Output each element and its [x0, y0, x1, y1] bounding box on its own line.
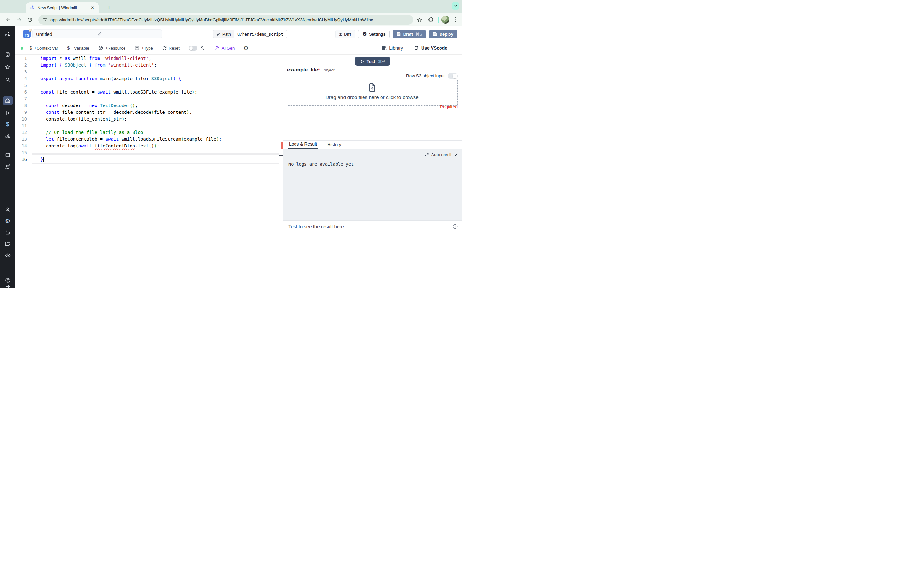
magic-wand-icon [215, 45, 220, 51]
dollar-icon: $ [67, 45, 69, 51]
tab-logs-result[interactable]: Logs & Result [288, 141, 318, 149]
add-variable-button[interactable]: $ +Variable [67, 45, 89, 51]
extensions-puzzle-icon[interactable] [427, 15, 436, 25]
bookmark-star-icon[interactable] [415, 15, 424, 25]
script-title-input[interactable]: Untitled [32, 29, 162, 39]
error-marker [281, 142, 283, 149]
typescript-badge: TS [23, 30, 31, 38]
diff-icon: ± [339, 31, 342, 37]
new-tab-button[interactable]: + [105, 5, 113, 11]
settings-button[interactable]: ⚙ Settings [358, 30, 390, 39]
address-bar[interactable]: app.windmill.dev/scripts/add#JTdCJTIyaGF… [39, 15, 413, 25]
argument-name: example_file [287, 67, 318, 73]
status-dot [21, 47, 23, 50]
editor-settings-button[interactable]: ⚙ [244, 45, 248, 51]
dollar-icon: $ [29, 45, 32, 51]
library-icon [382, 45, 387, 51]
gear-icon: ⚙ [244, 45, 248, 51]
overview-ruler[interactable] [279, 55, 283, 288]
collab-toggle[interactable] [189, 46, 197, 51]
tab-search-button[interactable] [452, 2, 459, 10]
scrollbar-thumb[interactable] [279, 155, 284, 156]
sidebar-expand-arrow-icon[interactable] [3, 282, 13, 288]
script-title: Untitled [36, 31, 97, 37]
sidebar-item-workers[interactable] [3, 228, 13, 237]
save-icon [433, 32, 437, 36]
sidebar-item-favorites[interactable] [3, 63, 13, 71]
code-editor[interactable]: 12345678910111213141516 import * as wmil… [15, 55, 279, 288]
tab-history[interactable]: History [327, 142, 341, 149]
sidebar-item-home[interactable] [3, 96, 13, 105]
draft-button[interactable]: Draft ⌘S [393, 30, 426, 39]
url-text: app.windmill.dev/scripts/add#JTdCJTIyaGF… [50, 17, 409, 22]
logs-viewer: Auto scroll No logs are available yet [283, 149, 462, 221]
browser-tab-strip: New Script | Windmill ✕ + [0, 0, 462, 13]
required-hint: Required [440, 105, 457, 109]
sidebar-item-users[interactable] [3, 205, 13, 214]
reset-button[interactable]: Reset [162, 46, 180, 51]
auto-scroll-control[interactable]: Auto scroll [425, 152, 458, 157]
sidebar-item-resources[interactable] [3, 131, 13, 140]
deploy-button[interactable]: Deploy [429, 30, 457, 39]
argument-type: object [324, 68, 334, 73]
add-resource-button[interactable]: +Resource [98, 45, 126, 51]
sidebar-item-schedules[interactable] [3, 150, 13, 159]
back-icon[interactable] [3, 15, 13, 25]
expand-icon [425, 153, 429, 157]
browser-tab[interactable]: New Script | Windmill ✕ [26, 2, 99, 13]
result-area: Test to see the result here [283, 221, 462, 229]
draft-shortcut: ⌘S [415, 32, 422, 37]
editor-toolbar: $ +Context Var $ +Variable +Resource [15, 42, 462, 55]
chrome-actions [415, 15, 460, 25]
sidebar-item-workspace[interactable] [3, 50, 13, 59]
editor-code[interactable]: import * as wmill from 'windmill-client'… [40, 55, 222, 163]
no-logs-message: No logs are available yet [288, 161, 354, 167]
save-icon [397, 32, 401, 36]
sidebar-item-variables[interactable]: $ [3, 120, 13, 129]
windmill-favicon-icon [30, 5, 35, 10]
sidebar-divider [0, 42, 15, 42]
sidebar-item-folders[interactable] [3, 239, 13, 248]
library-button[interactable]: Library [382, 45, 403, 51]
test-shortcut: ⌘↵ [378, 59, 385, 64]
file-dropzone[interactable]: Drag and drop files here or click to bro… [286, 79, 457, 106]
profile-avatar[interactable] [441, 16, 449, 24]
screen: New Script | Windmill ✕ + app.windmill.d… [0, 0, 462, 288]
forward-icon [13, 15, 24, 25]
sidebar-item-flows[interactable] [3, 162, 13, 171]
diff-button[interactable]: ± Diff [335, 30, 355, 39]
sidebar: $ ⚙ [0, 26, 15, 288]
site-settings-icon[interactable] [42, 17, 48, 23]
windmill-logo-icon[interactable] [3, 29, 13, 39]
raw-s3-toggle[interactable] [447, 73, 457, 79]
chrome-menu-icon[interactable] [452, 17, 459, 23]
refresh-icon [162, 46, 167, 51]
package-icon [98, 45, 103, 51]
sidebar-item-settings[interactable]: ⚙ [3, 217, 13, 226]
path-pencil-icon [216, 32, 220, 36]
use-vscode-button[interactable]: Use VScode [414, 45, 447, 51]
test-button[interactable]: Test ⌘↵ [355, 57, 391, 66]
add-context-var-button[interactable]: $ +Context Var [29, 45, 58, 51]
path-chip[interactable]: Path u/henri/demo_script [213, 30, 287, 39]
edit-pencil-icon[interactable] [97, 32, 158, 37]
tab-close-icon[interactable]: ✕ [89, 5, 95, 11]
ai-gen-button[interactable]: AI Gen [215, 45, 234, 51]
reload-icon[interactable] [24, 15, 35, 25]
path-value: u/henri/demo_script [234, 30, 286, 38]
chevron-down-icon [453, 3, 458, 8]
vscode-cat-icon [414, 45, 419, 51]
tab-title: New Script | Windmill [37, 5, 89, 10]
package-icon [134, 45, 140, 51]
sidebar-item-runs[interactable] [3, 108, 13, 117]
users-icon [200, 45, 206, 51]
dropzone-text: Drag and drop files here or click to bro… [325, 95, 418, 100]
editor-gutter: 12345678910111213141516 [15, 55, 27, 163]
sidebar-item-search[interactable] [3, 75, 13, 84]
sidebar-divider [0, 89, 15, 89]
test-panel: Test ⌘↵ example_file* object Raw S3 obje… [283, 55, 462, 288]
sidebar-item-audit-logs[interactable] [3, 251, 13, 259]
required-asterisk: * [318, 67, 320, 73]
add-type-button[interactable]: +Type [134, 45, 153, 51]
info-icon[interactable] [452, 224, 458, 229]
